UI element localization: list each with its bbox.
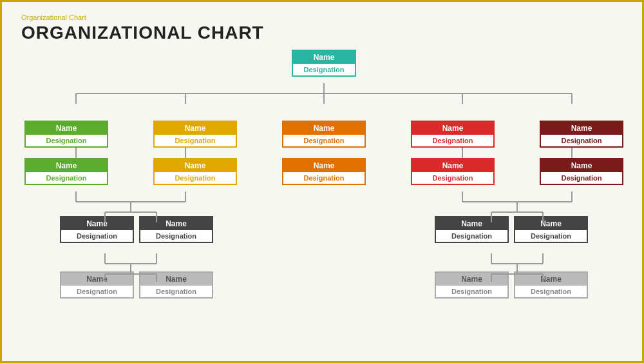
- root-name: Name: [293, 51, 355, 64]
- page-title: ORGANIZATIONAL CHART: [21, 23, 623, 43]
- l4-left-name-1: Name: [140, 273, 212, 286]
- l2-col-0: Name Designation: [21, 158, 111, 185]
- l3-left-name-1: Name: [140, 217, 212, 230]
- l1-name-1: Name: [155, 122, 236, 135]
- l1-desig-3: Designation: [412, 135, 493, 146]
- l3-left-desig-0: Designation: [61, 230, 133, 242]
- l1-col-4: Name Designation: [536, 121, 627, 148]
- l1-card-1: Name Designation: [153, 121, 237, 148]
- l2-card-4: Name Designation: [540, 158, 623, 185]
- l1-card-4: Name Designation: [540, 121, 623, 148]
- l2-name-2: Name: [283, 159, 365, 172]
- l4-left-name-0: Name: [61, 273, 133, 286]
- l2-name-3: Name: [412, 159, 493, 172]
- l1-col-3: Name Designation: [408, 121, 498, 148]
- l1-name-4: Name: [541, 122, 622, 135]
- l3-card-left-0: Name Designation: [60, 216, 134, 243]
- l1-desig-4: Designation: [541, 135, 622, 146]
- l4-card-left-0: Name Designation: [60, 271, 134, 299]
- l4-right-name-0: Name: [436, 273, 507, 286]
- l3-right-desig-1: Designation: [515, 230, 587, 242]
- l2-desig-3: Designation: [412, 172, 493, 184]
- l2-name-1: Name: [155, 159, 236, 172]
- l2-col-2: Name Designation: [279, 158, 369, 185]
- page: Organizational Chart ORGANIZATIONAL CHAR…: [2, 2, 642, 361]
- l1-name-3: Name: [412, 122, 493, 135]
- connector-spacer-2: [21, 185, 627, 216]
- l4-card-right-1: Name Designation: [514, 271, 588, 299]
- root-card: Name Designation: [292, 50, 356, 77]
- root-designation: Designation: [293, 64, 355, 75]
- l2-desig-4: Designation: [541, 172, 622, 184]
- subtitle: Organizational Chart: [21, 14, 623, 21]
- l1-col-0: Name Designation: [21, 121, 111, 148]
- l1-name-2: Name: [283, 122, 365, 135]
- level4-row: Name Designation Name Designation Name D…: [21, 271, 627, 299]
- l2-desig-1: Designation: [155, 172, 236, 184]
- l3-card-right-0: Name Designation: [435, 216, 509, 243]
- connector-spacer-3: [21, 243, 627, 271]
- l2-name-0: Name: [26, 159, 107, 172]
- l4-card-left-1: Name Designation: [139, 271, 213, 299]
- l4-right-desig-1: Designation: [515, 286, 587, 297]
- connector-spacer-0: [21, 77, 627, 121]
- l4-left-desig-1: Designation: [140, 286, 212, 297]
- l1-col-2: Name Designation: [279, 121, 369, 148]
- l3-left-name-0: Name: [61, 217, 133, 230]
- l2-desig-2: Designation: [283, 172, 365, 184]
- l1-desig-1: Designation: [155, 135, 236, 146]
- l4-left-desig-0: Designation: [61, 286, 133, 297]
- l4-right-pair: Name Designation Name Designation: [435, 271, 588, 299]
- l3-card-right-1: Name Designation: [514, 216, 588, 243]
- l4-right-name-1: Name: [515, 273, 587, 286]
- l1-name-0: Name: [26, 122, 107, 135]
- connector-spacer-1: [21, 148, 627, 158]
- l4-left-pair: Name Designation Name Designation: [60, 271, 213, 299]
- l3-right-pair: Name Designation Name Designation: [435, 216, 588, 243]
- l2-card-0: Name Designation: [24, 158, 108, 185]
- l1-col-1: Name Designation: [150, 121, 240, 148]
- l1-desig-2: Designation: [283, 135, 365, 146]
- l4-right-desig-0: Designation: [436, 286, 507, 297]
- l2-card-1: Name Designation: [153, 158, 237, 185]
- l1-desig-0: Designation: [26, 135, 107, 146]
- l3-right-desig-0: Designation: [436, 230, 507, 242]
- l3-right-name-1: Name: [515, 217, 587, 230]
- l4-card-right-0: Name Designation: [435, 271, 509, 299]
- l2-card-2: Name Designation: [282, 158, 366, 185]
- level1-row: Name Designation Name Designation Name D…: [21, 121, 627, 148]
- l1-card-0: Name Designation: [24, 121, 108, 148]
- l2-card-3: Name Designation: [411, 158, 495, 185]
- l2-col-4: Name Designation: [536, 158, 627, 185]
- l2-col-3: Name Designation: [408, 158, 498, 185]
- l1-card-2: Name Designation: [282, 121, 366, 148]
- l1-card-3: Name Designation: [411, 121, 495, 148]
- l2-desig-0: Designation: [26, 172, 107, 184]
- l2-col-1: Name Designation: [150, 158, 240, 185]
- level0-row: Name Designation: [21, 50, 627, 77]
- level3-row: Name Designation Name Designation Name D…: [21, 216, 627, 243]
- l3-right-name-0: Name: [436, 217, 507, 230]
- l3-left-desig-1: Designation: [140, 230, 212, 242]
- level2-row: Name Designation Name Designation Name D…: [21, 158, 627, 185]
- l3-card-left-1: Name Designation: [139, 216, 213, 243]
- org-chart: Name Designation Name Designation Name D…: [21, 50, 627, 299]
- l2-name-4: Name: [541, 159, 622, 172]
- l3-left-pair: Name Designation Name Designation: [60, 216, 213, 243]
